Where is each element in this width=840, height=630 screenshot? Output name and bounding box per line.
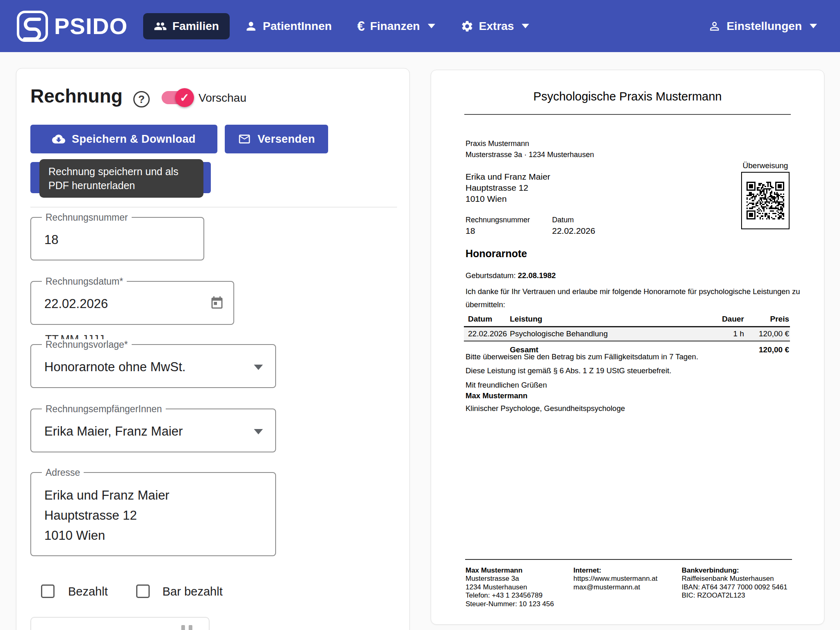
invoice-template-label: Rechnungsvorlage* <box>42 339 132 350</box>
address-textarea[interactable]: Adresse Erika und Franz MaierHauptstrass… <box>30 472 276 556</box>
invoice-template-select[interactable]: Rechnungsvorlage* Honorarnote ohne MwSt. <box>30 344 276 388</box>
footer-rule <box>465 559 792 560</box>
calendar-icon[interactable] <box>210 296 224 310</box>
brand-title: PSIDO <box>54 13 128 39</box>
chevron-down-icon <box>810 24 817 28</box>
invoice-date-field[interactable]: Rechnungsdatum* 22.02.2026 <box>30 281 234 325</box>
preview-toggle-label: Vorschau <box>199 91 247 105</box>
paid-checkbox[interactable] <box>41 584 55 598</box>
save-download-button[interactable]: Speichern & Download <box>30 125 217 153</box>
birthdate-label: Geburtsdatum: <box>466 271 518 280</box>
save-button-label: Speichern & Download <box>72 133 196 146</box>
person-icon <box>244 20 258 33</box>
person-outline-icon <box>708 20 721 33</box>
col-preis: Preis <box>744 315 790 324</box>
closing-line: Mit freundlichen Grüßen <box>466 380 547 390</box>
top-navbar: PSIDO Familien PatientInnen € Finanzen E… <box>0 0 840 52</box>
nav-label: Finanzen <box>370 20 420 33</box>
euro-icon: € <box>357 18 365 34</box>
nav-item-patientinnen[interactable]: PatientInnen <box>234 13 342 39</box>
birthdate-value: 22.08.1982 <box>518 271 556 280</box>
nav-label: Extras <box>479 20 514 33</box>
col-leistung: Leistung <box>510 315 705 324</box>
gear-icon <box>461 20 474 33</box>
invoice-number-field[interactable]: Rechnungsnummer 18 <box>30 217 204 260</box>
cash-paid-checkbox-label: Bar bezahlt <box>162 585 223 598</box>
recipient-address: Erika und Franz MaierHauptstrasse 121010… <box>466 171 550 204</box>
save-tooltip: Rechnung speichern und als PDF herunterl… <box>39 159 203 198</box>
invoice-number-label: Rechnungsnummer <box>42 212 132 223</box>
recipients-label: RechnungsempfängerInnen <box>42 404 166 415</box>
footer-internet-column: Internet:https://www.mustermann.atmax@mu… <box>573 566 657 591</box>
recipients-select[interactable]: RechnungsempfängerInnen Erika Maier, Fra… <box>30 409 276 452</box>
title-rule <box>464 114 791 115</box>
field-adornment <box>189 625 192 630</box>
invoice-preview-card: Psychologische Praxis Mustermann Praxis … <box>431 70 824 625</box>
paid-checkboxes-row: Bezahlt Bar bezahlt <box>16 584 409 601</box>
invoice-number-caption: Rechnungsnummer <box>466 216 530 224</box>
chevron-down-icon <box>428 24 435 28</box>
birthdate-line: Geburtsdatum: 22.08.1982 <box>466 271 556 280</box>
address-label: Adresse <box>42 467 84 478</box>
table-row: 22.02.2026 Psychologische Behandlung 1 h… <box>464 327 790 342</box>
nav-item-extras[interactable]: Extras <box>450 13 540 39</box>
truncated-bottom-field[interactable] <box>30 617 210 630</box>
cell-preis: 120,00 € <box>744 329 790 338</box>
chevron-down-icon[interactable] <box>254 429 263 434</box>
col-datum: Datum <box>464 315 510 324</box>
chevron-down-icon[interactable] <box>254 365 263 370</box>
cell-leistung: Psychologische Behandlung <box>510 329 705 338</box>
invoice-number: 18 <box>466 226 475 236</box>
col-dauer: Dauer <box>705 315 744 324</box>
psido-logo[interactable] <box>16 10 48 42</box>
invoice-form-card: Rechnung ? ✓ Vorschau Speichern & Downlo… <box>16 68 410 630</box>
invoice-date-label: Rechnungsdatum* <box>42 276 127 287</box>
cell-dauer: 1 h <box>705 329 744 338</box>
invoice-date: 22.02.2026 <box>552 226 595 236</box>
qr-code <box>741 172 790 229</box>
document-title: Honorarnote <box>466 248 527 260</box>
tax-note: Diese Leistung ist gemäß § 6 Abs. 1 Z 19… <box>466 366 671 375</box>
nav-item-einstellungen[interactable]: Einstellungen <box>708 20 817 33</box>
section-divider <box>30 207 397 208</box>
nav-label: PatientInnen <box>263 20 332 33</box>
send-button-label: Versenden <box>258 133 315 146</box>
intro-paragraph: Ich danke für Ihr Vertrauen und erlaube … <box>466 285 812 311</box>
address-value[interactable]: Erika und Franz MaierHauptstrasse 121010… <box>44 485 169 546</box>
page-title: Rechnung <box>30 85 123 107</box>
cash-paid-checkbox[interactable] <box>136 584 150 598</box>
closing-block: Mit freundlichen Grüßen Max Mustermann <box>466 380 547 401</box>
field-adornment <box>181 625 185 630</box>
payment-note: Bitte überweisen Sie den Betrag bis zum … <box>466 352 698 361</box>
table-header-row: Datum Leistung Dauer Preis <box>464 314 790 327</box>
sender-address: Praxis MustermannMusterstrasse 3a · 1234… <box>466 138 594 160</box>
nav-label: Familien <box>172 20 219 33</box>
qr-label: Überweisung <box>741 161 790 170</box>
cell-datum: 22.02.2026 <box>464 329 510 338</box>
send-button[interactable]: Versenden <box>225 125 328 153</box>
footer-contact-column: Max MustermannMusterstrasse 3a1234 Muste… <box>466 566 554 608</box>
help-icon[interactable]: ? <box>133 91 150 107</box>
chevron-down-icon <box>522 24 529 28</box>
people-icon <box>154 20 167 33</box>
signature-name: Max Mustermann <box>466 390 547 401</box>
nav-label: Einstellungen <box>726 20 802 33</box>
recipients-value: Erika Maier, Franz Maier <box>44 424 183 439</box>
total-value: 120,00 € <box>744 345 790 354</box>
invoice-number-value[interactable]: 18 <box>44 233 58 247</box>
cloud-download-icon <box>52 132 65 146</box>
services-table: Datum Leistung Dauer Preis 22.02.2026 Ps… <box>464 314 790 354</box>
paid-checkbox-label: Bezahlt <box>68 585 108 598</box>
nav-item-finanzen[interactable]: € Finanzen <box>347 13 446 39</box>
invoice-template-value: Honorarnote ohne MwSt. <box>44 360 186 374</box>
signature-title: Klinischer Psychologe, Gesundheitspsycho… <box>466 404 625 413</box>
invoice-date-value[interactable]: 22.02.2026 <box>44 297 108 311</box>
main-nav: Familien PatientInnen € Finanzen Extras <box>143 13 540 39</box>
mail-icon <box>238 132 251 146</box>
practice-name: Psychologische Praxis Mustermann <box>431 90 824 103</box>
nav-item-familien[interactable]: Familien <box>143 13 230 39</box>
preview-toggle-thumb[interactable]: ✓ <box>175 88 194 107</box>
footer-bank-column: Bankverbindung:Raiffeisenbank Musterhaus… <box>682 566 788 600</box>
invoice-date-caption: Datum <box>552 216 574 224</box>
